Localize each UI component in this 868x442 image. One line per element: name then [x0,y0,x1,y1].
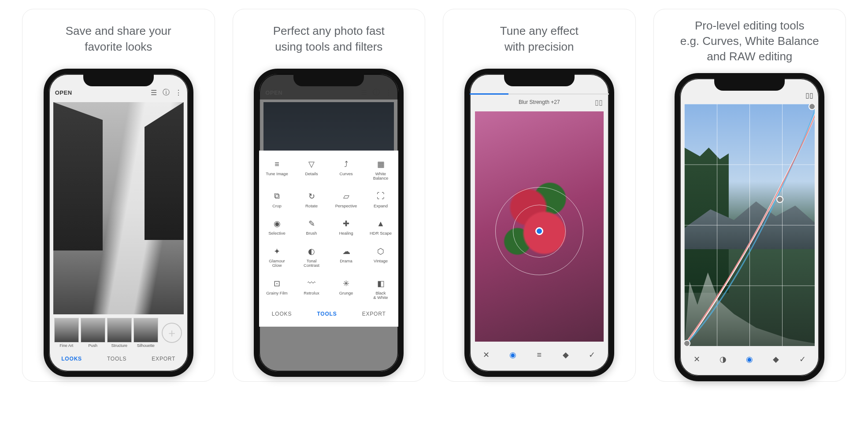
tool-healing[interactable]: ✚Healing [329,214,363,240]
tool-selective[interactable]: ◉Selective [260,214,294,240]
tool-glamour-glow[interactable]: ✦Glamour Glow [260,242,294,273]
tool-rotate[interactable]: ↻Rotate [295,187,329,213]
phone-mock-3: Blur Strength +27 ▯▯ ✕ ◉ ≡ ◆ ✓ [464,69,614,377]
photo-canvas[interactable] [475,111,604,342]
more-icon: ⋮ [385,89,392,96]
shape-icon[interactable]: ◉ [507,349,519,361]
tool-tonal-contrast[interactable]: ◐Tonal Contrast [295,242,329,273]
phone-mock-1: OPEN ☰ ⓘ ⋮ Fine Art Push Structure [44,69,193,377]
tool-label: Drama [340,259,352,263]
tool-grunge[interactable]: ✳Grunge [329,274,363,305]
more-icon[interactable]: ⋮ [175,89,182,96]
tool-expand[interactable]: ⛶Expand [364,187,398,213]
curve-point-highlight[interactable] [809,104,815,110]
apply-icon[interactable]: ✓ [796,353,809,365]
photo-canvas[interactable] [684,104,815,346]
info-icon[interactable]: ⓘ [163,89,170,96]
tool-label: Tune Image [266,172,288,176]
luminance-channel-icon[interactable]: ◑ [717,353,729,365]
look-item[interactable]: Push [81,318,105,348]
tool-icon: ▱ [341,192,351,201]
tool-drama[interactable]: ☁Drama [329,242,363,273]
add-look-button[interactable]: ＋ [162,323,182,343]
curves-line[interactable] [684,104,815,346]
tab-tools[interactable]: TOOLS [317,311,337,317]
look-item[interactable]: Fine Art [54,318,79,348]
tool-icon: ▲ [376,219,386,228]
phone-notch [714,78,785,91]
looks-strip: Fine Art Push Structure Silhouette ＋ [49,314,188,350]
tool-icon: 〰 [307,279,316,288]
photo-canvas-dim [263,102,394,151]
tool-label: Grainy Film [266,291,288,295]
channel-select-icon[interactable]: ◉ [743,353,756,365]
tool-curves[interactable]: ⤴Curves [329,155,363,185]
cancel-icon[interactable]: ✕ [480,349,493,361]
phone-notch [293,74,364,86]
tool-white-balance[interactable]: ▦White Balance [364,155,398,185]
compare-icon[interactable]: ▯▯ [806,92,813,99]
tool-icon: ▦ [376,159,386,169]
card-title: Save and share your favorite looks [66,18,171,60]
layers-icon[interactable]: ☰ [150,89,157,96]
layers-icon: ☰ [360,89,367,96]
tool-tune-image[interactable]: ≡Tune Image [260,155,294,185]
tool-icon: ✦ [272,247,282,256]
mask-icon[interactable]: ◆ [560,349,572,361]
tool-label: HDR Scape [370,231,392,236]
tool-icon: ↻ [307,192,316,201]
tab-export[interactable]: EXPORT [362,311,386,317]
adjust-icon[interactable]: ≡ [533,349,545,361]
edit-bottombar: ✕ ◉ ≡ ◆ ✓ [470,342,609,372]
apply-icon[interactable]: ✓ [586,349,598,361]
tab-looks[interactable]: LOOKS [272,311,292,317]
tool-label: Selective [268,231,286,236]
card-tune: Tune any effect with precision Blur Stre… [443,9,636,382]
phone-mock-4: ▯▯ [675,73,824,381]
photo-canvas[interactable] [53,102,184,314]
tool-icon: ⧉ [272,192,282,201]
tool-label: Brush [306,231,317,236]
tool-icon: ⛶ [376,192,386,201]
tool-hdr-scape[interactable]: ▲HDR Scape [364,214,398,240]
tool-icon: ☁ [341,247,351,256]
look-item[interactable]: Structure [107,318,132,348]
tool-perspective[interactable]: ▱Perspective [329,187,363,213]
tool-label: Healing [339,231,353,236]
tool-black--white[interactable]: ◧Black & White [364,274,398,305]
tool-details[interactable]: ▽Details [295,155,329,185]
look-item[interactable]: Silhouette [134,318,158,348]
card-tools: Perfect any photo fast using tools and f… [233,9,426,382]
phone-notch [504,74,575,86]
phone-notch [83,74,154,86]
tool-grainy-film[interactable]: ⊡Grainy Film [260,274,294,305]
tool-icon: ≡ [272,159,282,169]
tab-tools[interactable]: TOOLS [107,356,126,362]
screenshot-row: Save and share your favorite looks OPEN … [0,0,868,390]
open-button[interactable]: OPEN [55,89,72,96]
tab-looks[interactable]: LOOKS [61,356,82,362]
tool-brush[interactable]: ✎Brush [295,214,329,240]
effect-header: Blur Strength +27 ▯▯ [470,95,609,110]
compare-icon[interactable]: ▯▯ [595,98,603,107]
mask-icon[interactable]: ◆ [770,353,782,365]
tool-icon: ⊡ [272,279,282,288]
tool-retrolux[interactable]: 〰Retrolux [295,274,329,305]
tool-icon: ▽ [307,159,316,169]
blur-center-handle[interactable] [535,227,543,235]
tools-sheet: ≡Tune Image▽Details⤴Curves▦White Balance… [259,151,398,305]
curve-point-shadow[interactable] [684,340,690,346]
tool-label: Tonal Contrast [304,259,319,268]
tab-export[interactable]: EXPORT [152,356,175,362]
tool-crop[interactable]: ⧉Crop [260,187,294,213]
card-title: Tune any effect with precision [500,18,579,60]
cancel-icon[interactable]: ✕ [690,353,703,365]
tool-label: Glamour Glow [269,259,285,268]
phone-mock-2: OPEN ☰ ⓘ ⋮ ≡Tune Image▽Details⤴Curves▦Wh… [254,69,404,377]
tool-label: White Balance [373,172,388,181]
card-title: Pro-level editing tools e.g. Curves, Whi… [680,18,819,64]
info-icon: ⓘ [373,89,380,96]
tool-vintage[interactable]: ⬡Vintage [364,242,398,273]
tool-label: Vintage [374,259,388,263]
card-looks: Save and share your favorite looks OPEN … [22,9,215,382]
